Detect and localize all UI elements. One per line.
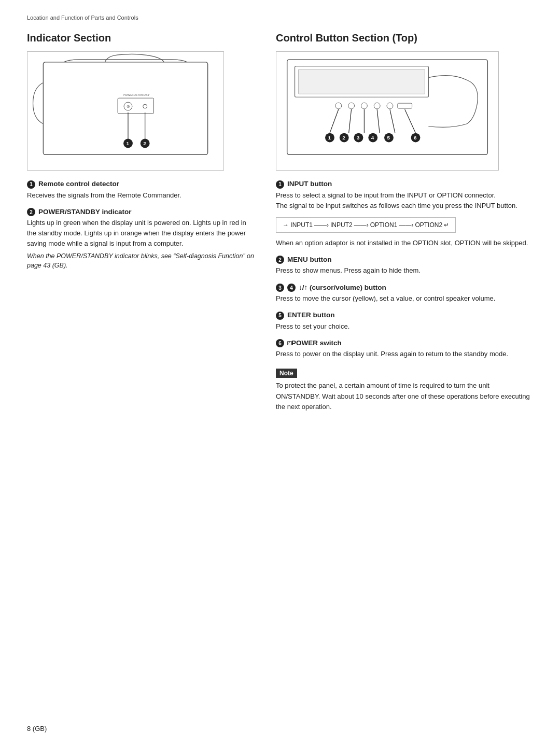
sf-arrow-1: ——› bbox=[314, 221, 329, 229]
svg-text:POWER/STANDBY: POWER/STANDBY bbox=[123, 93, 150, 96]
control-diagram: 1 2 3 4 5 6 bbox=[276, 51, 499, 171]
control-num-4: 4 bbox=[287, 284, 296, 292]
control-num-5: 5 bbox=[276, 312, 284, 320]
indicator-item-2-body: Lights up in green when the display unit… bbox=[27, 218, 255, 249]
svg-rect-20 bbox=[398, 103, 412, 108]
control-item-1-body: Press to select a signal to be input fro… bbox=[276, 190, 533, 211]
control-item-2-body: Press to show menus. Press again to hide… bbox=[276, 265, 533, 276]
sf-arrow-end: ↵ bbox=[444, 221, 449, 229]
control-num-2: 2 bbox=[276, 256, 284, 264]
indicator-section: Indicator Section POWER/STANDBY ⊙ bbox=[27, 32, 255, 271]
svg-line-24 bbox=[377, 109, 380, 133]
control-section-title: Control Button Section (Top) bbox=[276, 32, 533, 44]
indicator-item-2: 2 POWER/STANDBY indicator Lights up in g… bbox=[27, 208, 255, 271]
svg-point-17 bbox=[361, 103, 367, 109]
indicator-item-1-heading: Remote control detector bbox=[38, 180, 119, 188]
control-item-1: 1 INPUT button Press to select a signal … bbox=[276, 180, 533, 248]
sf-input2: INPUT2 bbox=[330, 221, 353, 229]
sf-option2: OPTION2 bbox=[415, 221, 444, 229]
svg-line-21 bbox=[330, 109, 339, 133]
control-item-2: 2 MENU button Press to show menus. Press… bbox=[276, 256, 533, 276]
page-number: 8 (GB) bbox=[27, 725, 47, 732]
svg-text:3: 3 bbox=[357, 135, 360, 141]
sf-arrow-2: ——› bbox=[354, 221, 369, 229]
control-item-5-heading: ENTER button bbox=[287, 311, 334, 319]
svg-text:4: 4 bbox=[371, 135, 374, 141]
indicator-item-1-body: Receives the signals from the Remote Com… bbox=[27, 190, 255, 201]
control-item-6: 6 ⏍POWER switch Press to power on the di… bbox=[276, 339, 533, 360]
control-item-6-body: Press to power on the display unit. Pres… bbox=[276, 349, 533, 359]
indicator-diagram: POWER/STANDBY ⊙ 1 2 bbox=[27, 51, 224, 171]
indicator-section-title: Indicator Section bbox=[27, 32, 255, 44]
svg-point-15 bbox=[335, 103, 342, 109]
svg-point-19 bbox=[387, 103, 393, 109]
control-item-1-heading: INPUT button bbox=[287, 180, 332, 188]
control-item-5-body: Press to set your choice. bbox=[276, 321, 533, 332]
svg-text:6: 6 bbox=[414, 135, 417, 141]
svg-text:⊙: ⊙ bbox=[127, 104, 130, 109]
control-item-6-heading: ⏍POWER switch bbox=[287, 339, 342, 347]
note-body: To protect the panel, a certain amount o… bbox=[276, 380, 533, 412]
svg-line-26 bbox=[405, 109, 416, 133]
indicator-item-2-heading: POWER/STANDBY indicator bbox=[38, 208, 132, 216]
control-num-3: 3 bbox=[276, 284, 284, 292]
svg-text:2: 2 bbox=[342, 135, 345, 141]
svg-text:2: 2 bbox=[143, 140, 146, 146]
breadcrumb: Location and Function of Parts and Contr… bbox=[27, 15, 533, 21]
control-item-34-body: Press to move the cursor (yellow), set a… bbox=[276, 293, 533, 304]
svg-point-16 bbox=[348, 103, 355, 109]
svg-text:5: 5 bbox=[387, 135, 390, 141]
sf-arrow-start: → bbox=[283, 221, 289, 229]
svg-line-25 bbox=[390, 109, 395, 133]
indicator-item-1: 1 Remote control detector Receives the s… bbox=[27, 180, 255, 201]
control-section: Control Button Section (Top) bbox=[276, 32, 533, 412]
control-item-2-heading: MENU button bbox=[287, 256, 331, 263]
sf-arrow-3: ——› bbox=[399, 221, 413, 229]
svg-text:1: 1 bbox=[328, 135, 331, 141]
indicator-num-1: 1 bbox=[27, 180, 35, 189]
svg-text:1: 1 bbox=[126, 140, 129, 146]
control-item-5: 5 ENTER button Press to set your choice. bbox=[276, 311, 533, 332]
svg-rect-14 bbox=[299, 69, 425, 94]
svg-rect-1 bbox=[118, 98, 153, 114]
signal-flow-diagram: → INPUT1 ——› INPUT2 ——› OPTION1 ——› OPTI… bbox=[276, 217, 456, 233]
indicator-num-2: 2 bbox=[27, 208, 35, 216]
svg-line-22 bbox=[349, 109, 352, 133]
control-item-34: 3 4 ↓/↑ (cursor/volume) button Press to … bbox=[276, 284, 533, 304]
svg-point-5 bbox=[143, 104, 147, 108]
indicator-item-2-italic: When the POWER/STANDBY indicator blinks,… bbox=[27, 251, 255, 271]
sf-option1: OPTION1 bbox=[370, 221, 398, 229]
control-num-6: 6 bbox=[276, 339, 284, 347]
svg-point-18 bbox=[374, 103, 380, 109]
note-section: Note To protect the panel, a certain amo… bbox=[276, 361, 533, 412]
note-label: Note bbox=[276, 369, 297, 378]
control-item-34-heading: ↓/↑ (cursor/volume) button bbox=[299, 284, 386, 291]
control-item-1-body2: When an option adaptor is not installed … bbox=[276, 238, 533, 248]
sf-input1: INPUT1 bbox=[289, 221, 313, 229]
control-num-1: 1 bbox=[276, 180, 284, 189]
